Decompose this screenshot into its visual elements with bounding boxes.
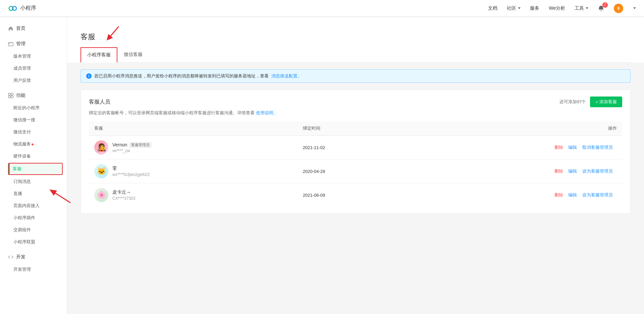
svg-rect-5: [8, 96, 10, 98]
set-admin-btn-3[interactable]: 设为客服管理员: [582, 192, 613, 197]
tab-miniapp-service[interactable]: 小程序客服: [80, 47, 117, 63]
staff-details-3: 皮卡丘～ CX****37303: [112, 189, 136, 201]
bind-date-1: 2021-11-02: [298, 136, 398, 160]
page-title: 客服: [80, 32, 95, 47]
chevron-down-icon: [518, 7, 521, 9]
staff-table-body: 🧑‍🎤 Vernon 客服管理员 ve****_zw: [89, 136, 622, 207]
sidebar-item-dev-manage[interactable]: 开发管理: [0, 263, 67, 275]
actions-3: 删除 编辑 设为客服管理员: [398, 183, 622, 207]
sidebar-item-subscription[interactable]: 订阅消息: [0, 176, 67, 188]
tab-wechat-service[interactable]: 微信客服: [117, 47, 149, 63]
edit-btn-3[interactable]: 编辑: [568, 192, 577, 197]
edit-btn-1[interactable]: 编辑: [568, 145, 577, 150]
tabs: 小程序客服 微信客服: [80, 47, 631, 63]
table-header-row: 客服 绑定时间 操作: [89, 121, 622, 136]
set-admin-btn-2[interactable]: 设为客服管理员: [582, 169, 613, 174]
grid-icon: [8, 93, 13, 98]
logo-icon: [8, 4, 17, 13]
edit-btn-2[interactable]: 编辑: [568, 169, 577, 174]
sidebar-item-trade-component[interactable]: 交易组件: [0, 224, 67, 236]
topnav-right: 文档 社区 服务 We分析 工具 2 6: [488, 4, 636, 13]
info-notice-wrap: i 若已启用小程序消息推送，用户发给小程序的消息都将被转发到已填写的服务器地址，…: [80, 69, 631, 83]
staff-id-2: wx****5cfpks2geth22: [112, 172, 150, 177]
staff-table: 客服 绑定时间 操作 🧑‍🎤: [89, 121, 622, 207]
notification-badge: 2: [602, 2, 608, 8]
staff-card-header: 客服人员 还可添加97个 + 添加客服: [89, 97, 622, 107]
actions-2: 删除 编辑 设为客服管理员: [398, 160, 622, 183]
chevron-down-icon: [586, 7, 588, 9]
user-menu-chevron-icon[interactable]: [633, 7, 636, 9]
main-layout: 首页 管理 版本管理 成员管理 用户反馈: [0, 17, 644, 314]
staff-description: 绑定后的客服帐号，可以登录网页端客服或移动端小程序客服进行客服沟通。详情查看 使…: [89, 110, 622, 116]
page-header: 客服 小程序客服 微信客服: [67, 17, 644, 63]
sidebar-item-live[interactable]: 直播: [0, 188, 67, 200]
actions-1: 删除 编辑 取消客服管理员: [398, 136, 622, 160]
sidebar-item-wechat-pay[interactable]: 微信支付: [0, 126, 67, 138]
staff-info-2: 🐱 零 wx****5cfpks2geth22: [94, 164, 292, 178]
nav-service[interactable]: 服务: [530, 5, 539, 11]
svg-rect-4: [11, 93, 13, 95]
sidebar-item-alliance[interactable]: 小程序联盟: [0, 236, 67, 248]
staff-cell-2: 🐱 零 wx****5cfpks2geth22: [89, 160, 298, 183]
folder-icon: [8, 41, 13, 47]
nav-we-analysis[interactable]: We分析: [549, 5, 565, 11]
staff-details-2: 零 wx****5cfpks2geth22: [112, 166, 150, 177]
info-icon: i: [86, 73, 92, 79]
staff-info-3: 🌸 皮卡丘～ CX****37303: [94, 188, 292, 202]
staff-avatar-2: 🐱: [94, 164, 108, 178]
add-staff-button[interactable]: + 添加客服: [590, 97, 622, 107]
sidebar-section-develop-title[interactable]: 开发: [0, 251, 67, 263]
staff-name-2: 零: [112, 166, 117, 172]
svg-rect-3: [8, 93, 10, 95]
sidebar-section-manage: 管理 版本管理 成员管理 用户反馈: [0, 38, 67, 86]
sidebar-item-nearby-miniapp[interactable]: 附近的小程序: [0, 102, 67, 114]
usage-instruction-link[interactable]: 使用说明。: [256, 110, 278, 115]
arrow-indicator-top: [102, 25, 122, 42]
delete-btn-2[interactable]: 删除: [554, 169, 563, 174]
info-message: 若已启用小程序消息推送，用户发给小程序的消息都将被转发到已填写的服务器地址，查看: [94, 73, 269, 79]
sidebar-item-logistics[interactable]: 物流服务: [0, 138, 67, 150]
table-row: 🌸 皮卡丘～ CX****37303 2021-06-09: [89, 183, 622, 207]
staff-table-head: 客服 绑定时间 操作: [89, 121, 622, 136]
sidebar-item-hardware[interactable]: 硬件设备: [0, 150, 67, 162]
staff-id-1: ve****_zw: [112, 148, 152, 153]
logo[interactable]: 小程序: [8, 4, 36, 13]
col-staff: 客服: [89, 121, 298, 136]
delete-btn-1[interactable]: 删除: [554, 145, 563, 150]
remaining-count: 还可添加97个: [559, 99, 586, 105]
user-avatar[interactable]: 6: [614, 4, 623, 13]
nav-tools[interactable]: 工具: [575, 5, 588, 11]
svg-rect-6: [11, 96, 13, 98]
staff-avatar-1: 🧑‍🎤: [94, 140, 108, 154]
sidebar-item-customer-service[interactable]: 客服: [8, 163, 63, 175]
sidebar-section-features: 功能 附近的小程序 微信搜一搜 微信支付 物流服务 硬件设备 客服 订阅消息 直…: [0, 89, 67, 248]
remove-admin-btn-1[interactable]: 取消客服管理员: [582, 145, 613, 150]
sidebar-item-plugin[interactable]: 小程序插件: [0, 212, 67, 224]
delete-btn-3[interactable]: 删除: [554, 192, 563, 197]
sidebar-item-page-content[interactable]: 页面内容接入: [0, 200, 67, 212]
staff-header-right: 还可添加97个 + 添加客服: [559, 97, 622, 107]
sidebar-section-manage-title[interactable]: 管理: [0, 38, 67, 50]
sidebar-item-version-manage[interactable]: 版本管理: [0, 50, 67, 62]
add-button-label: 添加客服: [599, 99, 617, 105]
sidebar-item-user-feedback[interactable]: 用户反馈: [0, 74, 67, 86]
sidebar-item-member-manage[interactable]: 成员管理: [0, 62, 67, 74]
sidebar-section-features-title[interactable]: 功能: [0, 89, 67, 102]
nav-community[interactable]: 社区: [507, 5, 521, 11]
sidebar-item-wechat-search[interactable]: 微信搜一搜: [0, 114, 67, 126]
table-row: 🧑‍🎤 Vernon 客服管理员 ve****_zw: [89, 136, 622, 160]
sidebar-item-home[interactable]: 首页: [0, 22, 67, 35]
info-box: i 若已启用小程序消息推送，用户发给小程序的消息都将被转发到已填写的服务器地址，…: [80, 69, 631, 83]
staff-details-1: Vernon 客服管理员 ve****_zw: [112, 142, 152, 153]
staff-cell-3: 🌸 皮卡丘～ CX****37303: [89, 183, 298, 207]
staff-cell-1: 🧑‍🎤 Vernon 客服管理员 ve****_zw: [89, 136, 298, 160]
info-link[interactable]: 消息推送配置。: [271, 73, 302, 79]
staff-card-inner: 客服人员 还可添加97个 + 添加客服 绑定后的客服帐号，可以登录网页端客服或移…: [81, 90, 630, 213]
notification-bell[interactable]: 2: [598, 5, 604, 12]
staff-card: 客服人员 还可添加97个 + 添加客服 绑定后的客服帐号，可以登录网页端客服或移…: [80, 89, 631, 214]
code-icon: [8, 254, 13, 260]
staff-info-1: 🧑‍🎤 Vernon 客服管理员 ve****_zw: [94, 140, 292, 154]
staff-section-title: 客服人员: [89, 99, 110, 106]
main-content: 客服 小程序客服 微信客服: [67, 17, 644, 314]
nav-docs[interactable]: 文档: [488, 5, 497, 11]
